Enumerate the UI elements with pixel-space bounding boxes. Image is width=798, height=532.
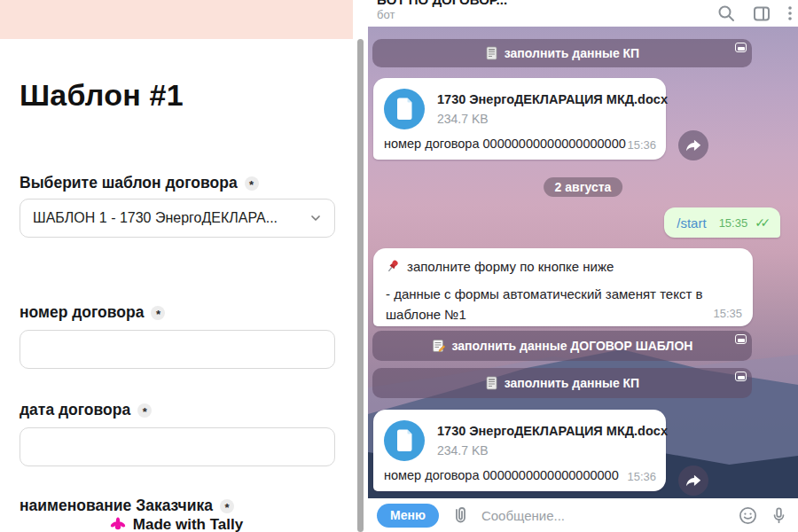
chat-subtitle: бот — [377, 8, 395, 21]
inline-button-fill-kp-top[interactable]: заполнить данные КП — [372, 39, 752, 67]
receipt-icon — [485, 376, 498, 390]
instruction-line-1: заполните форму по кнопке ниже — [407, 259, 614, 274]
forward-button[interactable] — [678, 130, 708, 160]
message-time: 15:36 — [627, 138, 656, 152]
document-message-1[interactable]: 1730 ЭнергоДЕКЛАРАЦИЯ МКД.docx 234.7 KB … — [373, 78, 666, 160]
field-label-template: Выберите шаблон договора * — [20, 174, 259, 192]
form-scrollbar[interactable] — [357, 39, 364, 532]
required-asterisk-icon: * — [137, 403, 152, 418]
chat-header[interactable]: БОТ ПО ДОГОВОР... бот — [368, 0, 798, 27]
webapp-expand-icon — [735, 43, 747, 52]
message-time: 15:35 — [713, 307, 742, 320]
bot-menu-button[interactable]: Меню — [377, 504, 439, 528]
template-select[interactable]: ШАБЛОН 1 - 1730 ЭнергоДЕКЛАРА... — [20, 199, 335, 238]
memo-pencil-icon — [432, 339, 446, 353]
chat-message-area: заполнить данные КП 1730 ЭнергоДЕКЛАРАЦИ… — [368, 27, 798, 498]
outgoing-message-start[interactable]: /start 15:35 ✓✓ — [664, 207, 780, 238]
inline-button-label: заполнить данные КП — [505, 46, 639, 60]
contract-date-input[interactable] — [20, 427, 335, 466]
required-asterisk-icon: * — [220, 499, 234, 513]
chat-title: БОТ ПО ДОГОВОР... — [377, 0, 507, 7]
field-label-text: наименование Заказчика — [20, 497, 213, 515]
chat-pane: БОТ ПО ДОГОВОР... бот заполнить данные К… — [365, 0, 798, 532]
document-filesize: 234.7 KB — [437, 112, 489, 126]
made-with-tally-badge[interactable]: Made with Tally — [0, 516, 353, 532]
sidebar-panel-icon[interactable] — [752, 4, 771, 23]
search-icon[interactable] — [716, 4, 736, 23]
document-caption: номер договора 00000000000000000000 — [384, 137, 626, 151]
share-arrow-icon — [685, 472, 702, 489]
app-window: Шаблон #1 Выберите шаблон договора * ШАБ… — [0, 0, 798, 532]
inline-button-fill-dogovor[interactable]: заполнить данные ДОГОВОР ШАБЛОН — [372, 331, 752, 361]
read-checkmarks-icon: ✓✓ — [755, 215, 771, 230]
form-pane: Шаблон #1 Выберите шаблон договора * ШАБ… — [0, 0, 365, 532]
more-menu-icon[interactable] — [787, 4, 793, 23]
field-label-contract-date: дата договора * — [20, 401, 152, 419]
message-input[interactable]: Сообщение... — [481, 508, 727, 523]
template-select-value: ШАБЛОН 1 - 1730 ЭнергоДЕКЛАРА... — [33, 210, 278, 226]
field-label-text: номер договора — [20, 303, 144, 322]
field-label-contract-number: номер договора * — [20, 303, 165, 322]
chevron-down-icon — [309, 212, 322, 224]
date-separator[interactable]: 2 августа — [544, 177, 623, 197]
inline-button-label: заполнить данные КП — [505, 376, 639, 390]
share-arrow-icon — [685, 137, 702, 154]
attachment-paperclip-icon[interactable] — [450, 505, 471, 526]
made-with-tally-label: Made with Tally — [133, 516, 243, 532]
microphone-icon[interactable] — [769, 505, 789, 526]
required-asterisk-icon: * — [151, 306, 165, 320]
inline-button-fill-kp[interactable]: заполнить данные КП — [372, 368, 752, 398]
emoji-smiley-icon[interactable] — [738, 505, 758, 526]
form-title: Шаблон #1 — [20, 78, 184, 113]
message-time: 15:35 — [719, 216, 748, 230]
form-cover-banner — [0, 0, 353, 39]
document-filename: 1730 ЭнергоДЕКЛАРАЦИЯ МКД.docx — [437, 92, 668, 106]
field-label-text: Выберите шаблон договора — [20, 174, 238, 192]
pushpin-icon — [386, 259, 401, 274]
document-file-icon[interactable] — [384, 89, 425, 129]
webapp-expand-icon — [735, 372, 747, 381]
receipt-icon — [485, 46, 498, 60]
contract-number-input[interactable] — [20, 330, 335, 369]
required-asterisk-icon: * — [245, 176, 259, 191]
message-composer: Меню Сообщение... — [368, 498, 798, 532]
document-message-2[interactable]: 1730 ЭнергоДЕКЛАРАЦИЯ МКД.docx 234.7 KB … — [373, 410, 666, 491]
document-filesize: 234.7 KB — [437, 443, 489, 458]
document-filename: 1730 ЭнергоДЕКЛАРАЦИЯ МКД.docx — [437, 424, 668, 438]
message-time: 15:36 — [627, 470, 656, 483]
field-label-text: дата договора — [20, 401, 130, 419]
document-file-icon[interactable] — [384, 420, 425, 461]
instruction-line-2: - данные с формы автоматический заменят … — [386, 284, 728, 325]
field-label-customer-name: наименование Заказчика * — [20, 497, 234, 515]
bot-command-link[interactable]: /start — [677, 215, 706, 231]
webapp-expand-icon — [735, 334, 747, 344]
document-caption: номер договора 0000000000000000000 — [384, 468, 619, 482]
tally-logo-icon — [110, 517, 126, 532]
bot-instruction-message[interactable]: заполните форму по кнопке ниже - данные … — [373, 248, 753, 326]
inline-button-label: заполнить данные ДОГОВОР ШАБЛОН — [452, 339, 693, 353]
forward-button[interactable] — [678, 466, 708, 496]
